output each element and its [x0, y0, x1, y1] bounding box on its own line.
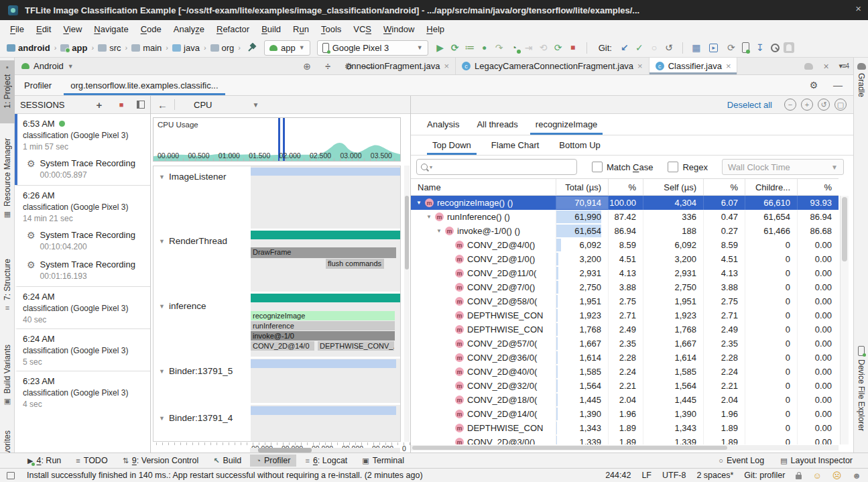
sidebar-item----structure[interactable]: 7: Structure≡ [0, 259, 15, 323]
hidden-tabs-dropdown[interactable]: 4 [839, 62, 849, 70]
column-header-3[interactable]: Self (µs) [643, 179, 703, 195]
thread-timeline[interactable]: DrawFrameflush commandsrecognizeImagerun… [251, 166, 401, 441]
table-row[interactable]: CONV_2D@1/0()3,2004.513,2004.5100.00 [411, 252, 839, 266]
menu-file[interactable]: File [4, 21, 30, 37]
thread-label-renderthread[interactable]: ▼RenderThread [159, 236, 227, 246]
tool-window-button-6--logcat[interactable]: 6: Logcat [299, 455, 353, 467]
chevron-down-icon[interactable]: ▼ [435, 228, 442, 234]
run-to-cursor-icon[interactable] [522, 41, 536, 54]
session-item[interactable]: 6:53 AMclassification (Google Pixel 3)1 … [15, 114, 150, 156]
sidebar-item----project[interactable]: ▪1: Project [0, 60, 15, 123]
indent-style[interactable]: 2 spaces* [696, 471, 733, 480]
deselect-all-link[interactable]: Deselect all [727, 100, 772, 110]
stop-icon[interactable] [566, 41, 580, 54]
table-row[interactable]: CONV_2D@11/0(2,9314.132,9314.1300.00 [411, 266, 839, 280]
subtab-top-down[interactable]: Top Down [426, 135, 478, 155]
reset-zoom-icon[interactable]: ↺ [818, 99, 830, 111]
profiler-tab-session[interactable]: org.tensorflow.lite.examples.classific..… [61, 75, 227, 95]
menu-help[interactable]: Help [420, 21, 450, 37]
search-input[interactable]: ▾ [416, 159, 577, 175]
table-row[interactable]: CONV_2D@18/0(1,4452.041,4452.0400.00 [411, 393, 839, 407]
chevron-down-icon[interactable]: ▼ [425, 214, 432, 220]
checkbox[interactable] [592, 162, 603, 172]
breadcrumb-item[interactable]: main [143, 43, 162, 53]
table-row[interactable]: CONV_2D@36/0(1,6142.281,6142.2800.00 [411, 351, 839, 365]
table-row[interactable]: ▼invoke@-1/0() ()61,65486.941880.2761,46… [411, 224, 839, 238]
zoom-out-icon[interactable]: − [784, 99, 796, 111]
close-window-icon[interactable]: × [855, 3, 861, 14]
thread-state-bar[interactable] [251, 231, 401, 239]
session-item[interactable]: 6:24 AMclassification (Google Pixel 3)5 … [15, 328, 150, 371]
menu-analyze[interactable]: Analyze [168, 21, 210, 37]
table-row[interactable]: CONV_2D@32/0(1,5642.211,5642.2100.00 [411, 379, 839, 393]
settings-icon[interactable] [807, 78, 820, 92]
end-session-icon[interactable] [137, 101, 145, 109]
tab-recognizeimage[interactable]: recognizeImage [529, 114, 605, 135]
tool-window-button-9--version-control[interactable]: 9: Version Control [117, 455, 205, 467]
menu-view[interactable]: View [57, 21, 88, 37]
regex-checkbox[interactable]: Regex [668, 162, 708, 172]
tab-analysis[interactable]: Analysis [420, 114, 466, 135]
thread-state-bar[interactable] [251, 406, 396, 415]
column-header-1[interactable]: Total (µs) [556, 179, 608, 195]
table-row[interactable]: CONV_2D@7/0()2,7503.882,7503.8800.00 [411, 280, 839, 294]
session-item[interactable]: 6:26 AMclassification (Google Pixel 3)14… [15, 185, 150, 227]
trace-event-bar[interactable]: flush commands [326, 259, 384, 269]
profile-avatar-icon[interactable] [784, 42, 794, 53]
background-tasks-icon[interactable] [7, 472, 15, 479]
session-item[interactable]: 6:24 AMclassification (Google Pixel 3)40… [15, 286, 150, 328]
trace-event-bar[interactable]: invoke@-1/0 [251, 331, 395, 341]
recording-item[interactable]: ⚙System Trace Recording00:01:16.193 [15, 257, 150, 286]
breadcrumb-item[interactable]: src [109, 43, 121, 53]
thread-label-binder-13791-5[interactable]: ▼Binder:13791_5 [159, 366, 233, 376]
sidebar-item-gradle[interactable]: Gradle [854, 63, 868, 130]
table-row[interactable]: CONV_2D@57/0(1,6672.351,6672.3500.00 [411, 337, 839, 351]
scrollbar-thumb[interactable] [405, 196, 409, 269]
menu-navigate[interactable]: Navigate [88, 21, 134, 37]
table-row[interactable]: DEPTHWISE_CON1,3431.891,3431.8900.00 [411, 421, 839, 435]
breadcrumb-item[interactable]: java [184, 43, 200, 53]
sidebar-item-resource-manager[interactable]: Resource Manager▦ [0, 138, 15, 225]
add-session-icon[interactable] [92, 98, 106, 111]
status-message[interactable]: Install successfully finished in 140 ms.… [27, 471, 423, 480]
menu-vcs[interactable]: VCS [347, 21, 377, 37]
tool-window-button-event-log[interactable]: Event Log [712, 455, 770, 467]
run-configuration-select[interactable]: app ▼ [264, 40, 310, 56]
subtab-bottom-up[interactable]: Bottom Up [552, 135, 607, 155]
column-header-2[interactable]: % [608, 179, 643, 195]
run-icon[interactable] [434, 41, 447, 54]
table-row[interactable]: CONV_2D@4/0()6,0928.596,0928.5900.00 [411, 238, 839, 252]
tool-window-button-4--run[interactable]: 4: Run [21, 455, 67, 467]
incognito-icon[interactable]: ☻ [852, 471, 861, 481]
sad-face-icon[interactable]: ☹ [832, 471, 842, 481]
trace-event-bar[interactable]: runInference [251, 321, 395, 330]
sidebar-item-build-variants[interactable]: Build Variants▣ [0, 345, 15, 412]
back-arrow-icon[interactable]: ← [158, 99, 168, 111]
breadcrumb-item[interactable]: app [72, 43, 87, 53]
chevron-down-icon[interactable]: ▼ [415, 200, 422, 206]
session-item[interactable]: 6:23 AMclassification (Google Pixel 3)4 … [15, 371, 150, 413]
thread-state-bar[interactable] [251, 168, 401, 176]
scrollbar-thumb[interactable] [412, 446, 727, 450]
subtab-flame-chart[interactable]: Flame Chart [485, 135, 546, 155]
tool-window-button-profiler[interactable]: Profiler [250, 455, 296, 467]
thread-label-binder-13791-4[interactable]: ▼Binder:13791_4 [159, 413, 233, 423]
trace-event-bar[interactable]: recognizeImage [251, 311, 395, 320]
gradle-sync-icon[interactable] [725, 41, 738, 54]
table-row[interactable]: DEPTHWISE_CON1,7682.491,7682.4900.00 [411, 322, 839, 337]
thread-state-bar[interactable] [251, 294, 401, 302]
breadcrumb-item[interactable]: android [18, 43, 50, 53]
column-header-5[interactable]: Childre... [745, 179, 797, 195]
update-project-icon[interactable] [618, 41, 631, 54]
table-row[interactable]: DEPTHWISE_CON1,9232.711,9232.7100.00 [411, 308, 839, 322]
history-icon[interactable] [647, 41, 661, 54]
stop-session-icon[interactable] [115, 98, 128, 111]
build-hammer-icon[interactable] [245, 41, 259, 54]
menu-code[interactable]: Code [135, 21, 168, 37]
debug-icon[interactable] [478, 41, 491, 54]
minimize-icon[interactable] [831, 78, 845, 92]
match-case-checkbox[interactable]: Match Case [592, 162, 653, 172]
table-row[interactable]: ▼runInference() ()61,99087.423360.4761,6… [411, 210, 839, 224]
lock-icon[interactable] [796, 475, 802, 479]
restart-debug-icon[interactable] [537, 41, 550, 54]
